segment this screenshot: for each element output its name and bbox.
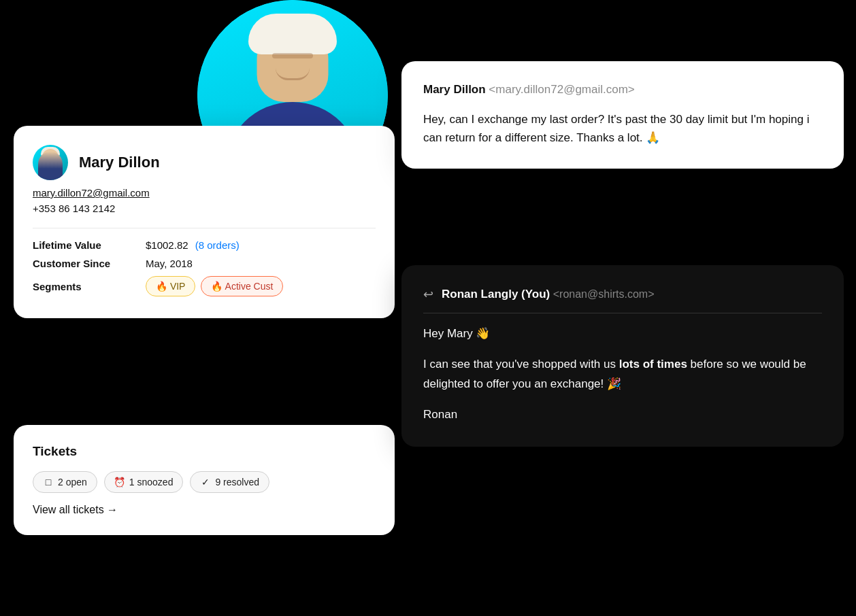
profile-email[interactable]: mary.dillon72@gmail.com: [33, 187, 376, 199]
snoozed-tickets-label: 1 snoozed: [129, 477, 174, 487]
profile-phone: +353 86 143 2142: [33, 203, 376, 214]
divider: [33, 228, 376, 228]
tickets-title: Tickets: [33, 444, 376, 459]
badge-vip[interactable]: 🔥 VIP: [146, 276, 195, 296]
segments-label: Segments: [33, 281, 135, 292]
agent-name: Ronan Langly (You): [442, 288, 550, 301]
lifetime-value-label: Lifetime Value: [33, 239, 135, 251]
customer-name: Mary Dillon: [423, 83, 486, 96]
customer-email-body: Hey, can I exchange my last order? It's …: [423, 110, 822, 147]
view-all-tickets-link[interactable]: View all tickets →: [33, 504, 118, 516]
customer-email-from: Mary Dillon <mary.dillon72@gmail.com>: [423, 83, 822, 97]
agent-email-address: <ronan@shirts.com>: [553, 288, 655, 300]
resolved-tickets-icon: ✓: [200, 477, 211, 487]
customer-since-row: Customer Since May, 2018: [33, 258, 376, 269]
customer-email-card: Mary Dillon <mary.dillon72@gmail.com> He…: [401, 61, 844, 169]
customer-email-address: <mary.dillon72@gmail.com>: [489, 83, 634, 96]
tickets-badges: □ 2 open ⏰ 1 snoozed ✓ 9 resolved: [33, 471, 376, 493]
resolved-tickets-badge[interactable]: ✓ 9 resolved: [190, 471, 269, 493]
snoozed-tickets-badge[interactable]: ⏰ 1 snoozed: [104, 471, 184, 493]
agent-signature: Ronan: [423, 405, 822, 425]
agent-body-text: I can see that you've shopped with us lo…: [423, 355, 822, 394]
agent-email-body: Hey Mary 👋 I can see that you've shopped…: [423, 324, 822, 425]
orders-link[interactable]: (8 orders): [195, 239, 240, 251]
agent-email-card: ↩ Ronan Langly (You) <ronan@shirts.com> …: [401, 265, 844, 447]
resolved-tickets-label: 9 resolved: [215, 477, 259, 487]
avatar-small: [33, 145, 68, 180]
open-tickets-badge[interactable]: □ 2 open: [33, 471, 97, 493]
customer-since-value: May, 2018: [146, 258, 193, 269]
badge-active[interactable]: 🔥 Active Cust: [201, 276, 283, 296]
tickets-card: Tickets □ 2 open ⏰ 1 snoozed ✓ 9 resolve…: [14, 425, 395, 535]
profile-name: Mary Dillon: [79, 154, 160, 171]
segments-badges: 🔥 VIP 🔥 Active Cust: [146, 276, 283, 296]
agent-email-header: ↩ Ronan Langly (You) <ronan@shirts.com>: [423, 287, 822, 313]
profile-stats: Lifetime Value $1002.82 (8 orders) Custo…: [33, 239, 376, 296]
lifetime-value: $1002.82 (8 orders): [146, 239, 240, 251]
segments-row: Segments 🔥 VIP 🔥 Active Cust: [33, 276, 376, 296]
profile-card: Mary Dillon mary.dillon72@gmail.com +353…: [14, 126, 395, 318]
lifetime-value-row: Lifetime Value $1002.82 (8 orders): [33, 239, 376, 251]
agent-greeting: Hey Mary 👋: [423, 324, 822, 344]
customer-since-label: Customer Since: [33, 258, 135, 269]
open-tickets-label: 2 open: [58, 477, 87, 487]
scene: Mary Dillon mary.dillon72@gmail.com +353…: [0, 0, 856, 616]
reply-icon: ↩: [423, 287, 433, 302]
profile-header: Mary Dillon: [33, 145, 376, 180]
snoozed-tickets-icon: ⏰: [114, 477, 125, 487]
open-tickets-icon: □: [43, 477, 54, 487]
